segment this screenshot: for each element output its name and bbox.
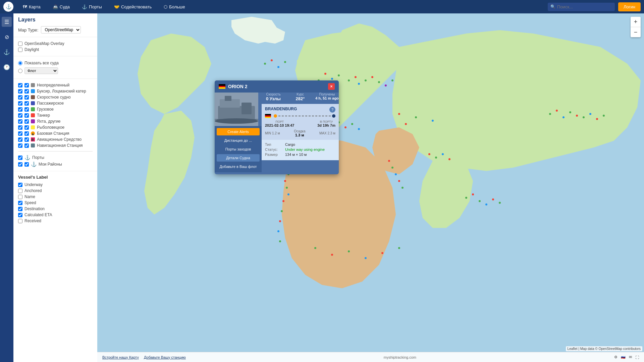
svg-point-58 [428,153,430,155]
create-alerts-button[interactable]: Create Alerts [217,128,260,135]
type-yacht-cb[interactable] [18,119,22,124]
svg-point-43 [279,240,281,242]
nav-more[interactable]: ⬡ Больше [161,3,188,11]
type-base-cb2[interactable] [24,131,29,136]
daylight-label: Daylight [24,47,39,52]
daylight-checkbox[interactable] [18,48,22,52]
show-all-radio[interactable] [18,61,22,65]
type-tug-cb2[interactable] [24,89,29,94]
status-detail-value: Under way using engine [285,147,325,152]
add-to-fleet-button[interactable]: Добавьте в Ваш флот [217,163,260,170]
type-fish-cb2[interactable] [24,125,29,130]
fleet-select[interactable]: Флот [24,67,58,74]
zoom-in-button[interactable]: + [631,17,641,27]
distance-button[interactable]: Дистанция до ... [217,137,260,144]
my-areas-cb1[interactable] [18,162,22,167]
port-value: 2021-02-10 19:47 [265,123,294,127]
footer: Встройте нашу Карту Добавьте Вашу станци… [97,352,644,362]
svg-point-71 [331,254,333,256]
type-fish-cb[interactable] [18,125,22,130]
type-aviation: ✱ Авиационные Средство [18,136,93,142]
label-eta-cb[interactable] [18,213,22,217]
nav-ports[interactable]: ⚓ Порты [79,3,105,11]
ports-visited-button[interactable]: Порты заходов [217,145,260,153]
received-stat: Получены 4 h, 51 m ago [315,93,339,101]
label-received-cb[interactable] [18,219,22,223]
type-avia-cb2[interactable] [24,137,29,142]
svg-point-56 [596,118,598,120]
draft-max: MAX 2.3 м [319,131,335,135]
zoom-out-button[interactable]: − [631,27,641,37]
opensea-checkbox[interactable] [18,42,22,46]
logo[interactable]: ⚓ [3,2,13,12]
draft-value: 1.3 м [295,133,304,137]
in-port-label: В ПОРТУ [317,120,335,123]
label-underway-cb[interactable] [18,183,22,187]
ports-label: Порты [32,155,44,160]
svg-point-52 [569,111,571,113]
ship-image [215,93,258,126]
label-anchored-cb[interactable] [18,189,22,193]
nav-vessels[interactable]: 🚢 Суда [50,3,72,11]
ports-icon: ⚓ [24,155,30,160]
route-title: BRANDENBURG [265,107,297,111]
type-tug-cb[interactable] [18,89,22,94]
type-speed-cb2[interactable] [24,95,29,100]
nav-assist[interactable]: 🤝 Содействовать [111,3,154,11]
popup-actions: Create Alerts Дистанция до ... Порты зах… [215,126,262,172]
type-nav-cb[interactable] [18,143,22,148]
svg-point-46 [395,173,397,175]
svg-point-49 [549,113,551,115]
type-yacht-cb2[interactable] [24,119,29,124]
type-tanker-cb[interactable] [18,113,22,118]
search-input[interactable] [548,3,615,11]
germany-flag [219,84,225,89]
svg-point-60 [442,153,444,155]
history-icon-btn[interactable]: 🕐 [2,62,12,72]
layers-icon-btn[interactable]: ☰ [2,17,12,27]
login-button[interactable]: Логин [618,2,641,11]
label-name-cb[interactable] [18,195,22,199]
type-pass-cb[interactable] [18,101,22,106]
type-undefined-cb2[interactable] [24,83,29,87]
fullscreen-icon[interactable]: ⛶ [635,355,639,359]
label-base: Базовая Станция [37,131,69,136]
my-areas-icon: ⚓ [31,162,37,167]
type-pass-cb2[interactable] [24,101,29,106]
embed-map-link[interactable]: Встройте нашу Карту [102,355,139,359]
help-icon[interactable]: ? [329,107,335,113]
nav-map[interactable]: 🗺 Карта [20,3,43,11]
ports-cb[interactable] [18,156,22,160]
map-type-select[interactable]: OpenStreetMap [41,26,81,34]
fleet-radio[interactable] [18,69,22,73]
svg-point-11 [378,81,380,83]
svg-point-8 [358,83,360,85]
type-cargo-cb2[interactable] [24,107,29,112]
mail-icon[interactable]: ✉ [629,355,632,359]
svg-point-70 [314,247,316,249]
type-nav-cb2[interactable] [24,143,29,148]
map-area[interactable]: + − ORION 2 × [97,13,644,362]
map-background: + − ORION 2 × [97,13,644,362]
origin-dot [274,114,277,118]
anchor-icon-btn[interactable]: ⚓ [2,47,12,57]
add-station-link[interactable]: Добавьте Вашу станцию [144,355,186,359]
route-panel: BRANDENBURG ? [262,104,339,140]
label-speed-cb[interactable] [18,201,22,205]
label-speed: Скоростное судно [37,95,71,100]
svg-point-10 [371,76,373,78]
settings-icon[interactable]: ⚙ [614,355,618,359]
filter-icon-btn[interactable]: ⊘ [2,32,12,42]
type-base-cb[interactable] [18,131,22,136]
type-tanker-cb2[interactable] [24,113,29,118]
type-undefined-cb[interactable] [18,83,22,87]
type-cargo-cb[interactable] [18,107,22,112]
flag-icon[interactable]: 🇷🇺 [621,355,626,359]
ship-details-button[interactable]: Детали Судна [217,154,260,162]
type-avia-cb[interactable] [18,137,22,142]
type-speed-cb[interactable] [18,95,22,100]
label-dest-cb[interactable] [18,207,22,211]
vessel-types-section: Неопределенный Буксир, Лоцманский катер … [13,79,97,171]
my-areas-cb2[interactable] [24,162,29,167]
popup-close-button[interactable]: × [328,83,335,90]
